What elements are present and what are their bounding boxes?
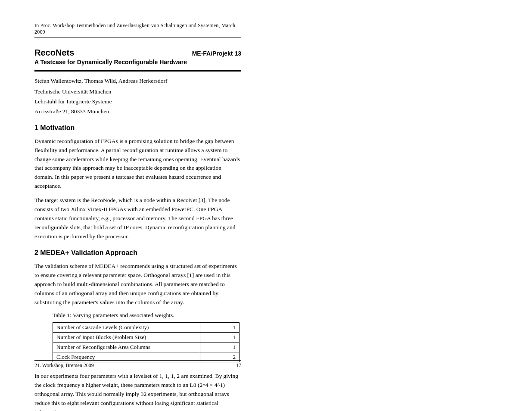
cell-label: Number of Reconfigurable Area Columns xyxy=(53,342,200,352)
table-row: Number of Input Blocks (Problem Size) 1 xyxy=(53,333,240,342)
section-2-para-1: The validation scheme of MEDEA+ recommen… xyxy=(34,262,241,307)
section-1-para-2: The target system is the RecoNode, which… xyxy=(34,196,241,241)
cell-label: Number of Cascade Levels (Complexity) xyxy=(53,323,200,333)
table-row: Number of Reconfigurable Area Columns 1 xyxy=(53,342,240,352)
affiliation-2: Lehrstuhl für Integrierte Systeme xyxy=(34,97,241,106)
section-1-para-1: Dynamic reconfiguration of FPGAs is a pr… xyxy=(34,137,241,191)
section-2-para-2: In our experiments four parameters with … xyxy=(34,372,241,411)
page-footer: 21. Workshop, Bremen 2009 17 xyxy=(34,360,241,369)
series-label: ME-FA/Projekt 13 xyxy=(192,50,241,57)
header-rule xyxy=(34,37,241,37)
title-row: RecoNets ME-FA/Projekt 13 xyxy=(34,48,241,58)
affiliation-1: Technische Universität München xyxy=(34,87,241,97)
table-row: Number of Cascade Levels (Complexity) 1 xyxy=(53,323,240,333)
footer-page-number: 17 xyxy=(236,362,241,369)
cell-value: 1 xyxy=(200,342,240,352)
header-left: In Proc. Workshop Testmethoden und Zuver… xyxy=(34,22,241,35)
cell-value: 1 xyxy=(200,323,240,333)
title-rule xyxy=(34,70,241,72)
section-2-heading: 2 MEDEA+ Validation Approach xyxy=(34,249,241,257)
cell-label: Number of Input Blocks (Problem Size) xyxy=(53,333,200,342)
table-1-grid: Number of Cascade Levels (Complexity) 1 … xyxy=(53,322,240,362)
address: Arcisstraße 21, 80333 München xyxy=(34,107,241,116)
section-1-heading: 1 Motivation xyxy=(34,124,241,132)
table-1-caption: Table 1: Varying parameters and associat… xyxy=(53,312,240,319)
footer-rule xyxy=(34,360,241,361)
page-left-column: In Proc. Workshop Testmethoden und Zuver… xyxy=(34,22,241,411)
paper-title: RecoNets xyxy=(34,48,74,58)
cell-value: 1 xyxy=(200,333,240,342)
table-1: Table 1: Varying parameters and associat… xyxy=(53,312,240,362)
paper-subtitle: A Testcase for Dynamically Reconfigurabl… xyxy=(34,59,241,65)
running-header: In Proc. Workshop Testmethoden und Zuver… xyxy=(34,22,241,37)
footer-left: 21. Workshop, Bremen 2009 xyxy=(34,362,94,369)
authors: Stefan Wallentowitz, Thomas Wild, Andrea… xyxy=(34,77,241,86)
